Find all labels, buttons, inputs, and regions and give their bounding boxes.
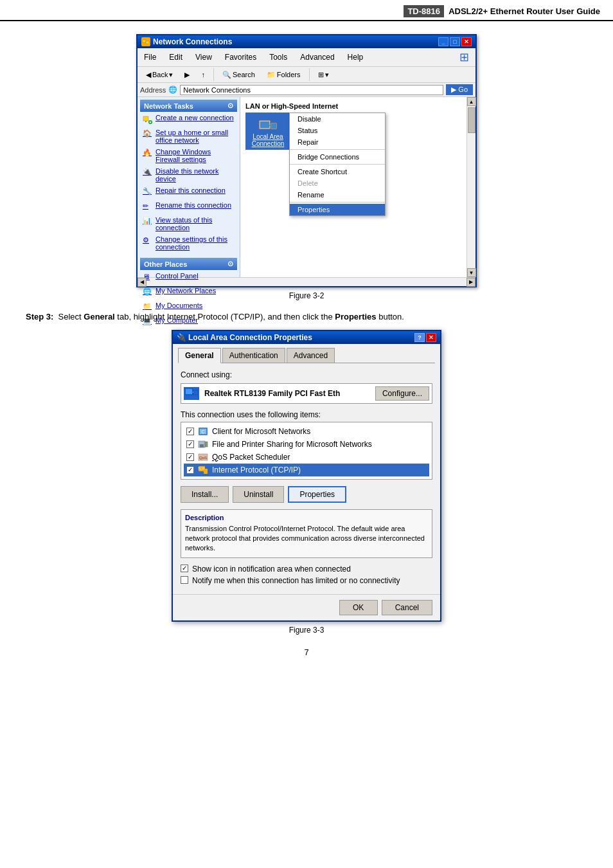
menu-edit[interactable]: Edit	[165, 51, 186, 63]
scroll-down-button[interactable]: ▼	[467, 268, 476, 277]
nc-scrollbar[interactable]: ▲ ▼	[466, 97, 475, 277]
network-tasks-label: Network Tasks	[144, 102, 193, 110]
lac-close-button[interactable]: ✕	[426, 333, 436, 342]
sidebar-firewall[interactable]: 🔥 Change Windows Firewall settings	[140, 146, 237, 165]
ctx-status[interactable]: Status	[290, 125, 385, 136]
search-button[interactable]: 🔍 Search	[218, 69, 260, 81]
cancel-button[interactable]: Cancel	[382, 600, 432, 615]
network-tasks-header[interactable]: Network Tasks ⊙	[140, 100, 237, 112]
ctx-repair[interactable]: Repair	[290, 136, 385, 148]
tab-general[interactable]: General	[178, 348, 221, 363]
notify-checkbox[interactable]	[181, 576, 188, 584]
sidebar-rename[interactable]: ✏ Rename this connection	[140, 199, 237, 214]
nc-menubar[interactable]: File Edit View Favorites Tools Advanced …	[138, 48, 475, 67]
qos-checkbox[interactable]	[186, 453, 194, 461]
model-badge: TD-8816	[404, 5, 444, 17]
sidebar-control-panel[interactable]: 🖥 Control Panel	[140, 270, 237, 285]
client-checkbox[interactable]	[186, 428, 194, 435]
disable-label: Disable this network device	[155, 167, 235, 183]
list-item-qos[interactable]: QoS QoS Packet Scheduler	[184, 451, 429, 464]
repair-icon: 🔧	[143, 187, 153, 197]
folders-button[interactable]: 📁 Folders	[262, 69, 305, 81]
lac-titlebar-icon: 🔌	[177, 333, 186, 342]
show-icon-checkbox[interactable]	[181, 565, 188, 572]
back-button[interactable]: ◀ Back ▾	[141, 69, 177, 81]
ok-button[interactable]: OK	[339, 600, 378, 615]
file-printer-checkbox[interactable]	[186, 440, 194, 448]
page-header: TD-8816 ADSL2/2+ Ethernet Router User Gu…	[0, 0, 613, 21]
tab-advanced[interactable]: Advanced	[287, 348, 335, 363]
menu-favorites[interactable]: Favorites	[221, 51, 260, 63]
other-places-header[interactable]: Other Places ⊙	[140, 258, 237, 270]
maximize-button[interactable]: □	[450, 37, 460, 46]
local-area-connection-icon[interactable]: Local Area Connection	[245, 113, 290, 150]
ctx-properties[interactable]: Properties	[290, 204, 385, 215]
scroll-thumb[interactable]	[468, 107, 475, 133]
menu-view[interactable]: View	[191, 51, 216, 63]
views-dropdown-icon[interactable]: ▾	[325, 71, 329, 79]
scroll-up-button[interactable]: ▲	[467, 97, 476, 106]
sidebar-home-office[interactable]: 🏠 Set up a home or small office network	[140, 127, 237, 146]
nc-window-title: Network Connections	[153, 37, 232, 46]
list-item-tcp-ip[interactable]: TCP Internet Protocol (TCP/IP)	[184, 464, 429, 476]
svg-rect-1	[146, 41, 149, 44]
sidebar-my-network[interactable]: 🌐 My Network Places	[140, 285, 237, 300]
folders-icon: 📁	[267, 71, 276, 79]
back-dropdown-icon[interactable]: ▾	[169, 71, 173, 79]
menu-help[interactable]: Help	[344, 51, 368, 63]
properties-button[interactable]: Properties	[288, 486, 346, 503]
other-places-label: Other Places	[144, 260, 187, 268]
file-printer-icon	[198, 439, 208, 449]
sidebar-create-connection[interactable]: Create a new connection	[140, 112, 237, 127]
svg-rect-15	[193, 390, 198, 395]
list-item-file-printer[interactable]: File and Printer Sharing for Microsoft N…	[184, 438, 429, 451]
dialog-action-buttons: Install... Uninstall Properties	[181, 486, 432, 503]
list-item-client[interactable]: C Client for Microsoft Networks	[184, 425, 429, 438]
views-button[interactable]: ⊞ ▾	[314, 69, 333, 81]
help-button[interactable]: ?	[414, 333, 425, 342]
forward-button[interactable]: ▶	[180, 69, 194, 81]
minimize-button[interactable]: _	[438, 37, 449, 46]
lac-dialog-controls[interactable]: ? ✕	[414, 333, 436, 342]
hscroll-right-button[interactable]: ▶	[466, 278, 475, 287]
install-button[interactable]: Install...	[181, 486, 229, 503]
up-button[interactable]: ↑	[197, 69, 209, 80]
change-settings-icon: ⚙	[143, 236, 153, 246]
svg-rect-0	[143, 40, 146, 42]
close-button[interactable]: ✕	[461, 37, 472, 46]
sidebar-change-settings[interactable]: ⚙ Change settings of this connection	[140, 233, 237, 253]
go-button[interactable]: ▶ Go	[446, 84, 473, 95]
hscroll-left-button[interactable]: ◀	[138, 278, 147, 287]
back-label: Back	[152, 71, 168, 78]
lan-content-area: Local Area Connection Disable Status Rep…	[245, 113, 461, 150]
my-documents-label: My Documents	[155, 302, 202, 309]
nc-toolbar: ◀ Back ▾ ▶ ↑ 🔍 Search 📁 Folders	[138, 67, 475, 83]
repair-label: Repair this connection	[155, 186, 226, 194]
ctx-disable[interactable]: Disable	[290, 113, 385, 125]
sidebar-view-status[interactable]: 📊 View status of this connection	[140, 214, 237, 233]
tcp-checkbox[interactable]	[186, 466, 194, 474]
configure-button[interactable]: Configure...	[375, 386, 429, 401]
nc-window-controls[interactable]: _ □ ✕	[438, 37, 472, 46]
lac-dialog-title: Local Area Connection Properties	[188, 333, 312, 342]
collapse-icon: ⊙	[227, 102, 233, 110]
home-office-icon: 🏠	[143, 129, 153, 140]
tab-authentication[interactable]: Authentication	[222, 348, 285, 363]
ctx-rename[interactable]: Rename	[290, 189, 385, 201]
sidebar-disable[interactable]: 🔌 Disable this network device	[140, 165, 237, 185]
figure-3-2-caption: Figure 3-2	[289, 291, 324, 300]
rename-label: Rename this connection	[155, 201, 231, 209]
ctx-create-shortcut[interactable]: Create Shortcut	[290, 166, 385, 177]
address-value[interactable]: Network Connections	[180, 85, 443, 95]
step-3-text: Step 3: Select General tab, highlight In…	[26, 311, 587, 323]
uninstall-button[interactable]: Uninstall	[233, 486, 284, 503]
nc-sidebar: Network Tasks ⊙ Create a new connection …	[138, 97, 240, 277]
menu-advanced[interactable]: Advanced	[296, 51, 338, 63]
sidebar-repair[interactable]: 🔧 Repair this connection	[140, 185, 237, 199]
ctx-bridge[interactable]: Bridge Connections	[290, 151, 385, 163]
adapter-row: Realtek RTL8139 Family PCI Fast Eth Conf…	[181, 383, 432, 404]
menu-file[interactable]: File	[140, 51, 160, 63]
menu-tools[interactable]: Tools	[265, 51, 291, 63]
back-arrow-icon: ◀	[146, 71, 151, 79]
search-icon: 🔍	[222, 71, 231, 79]
